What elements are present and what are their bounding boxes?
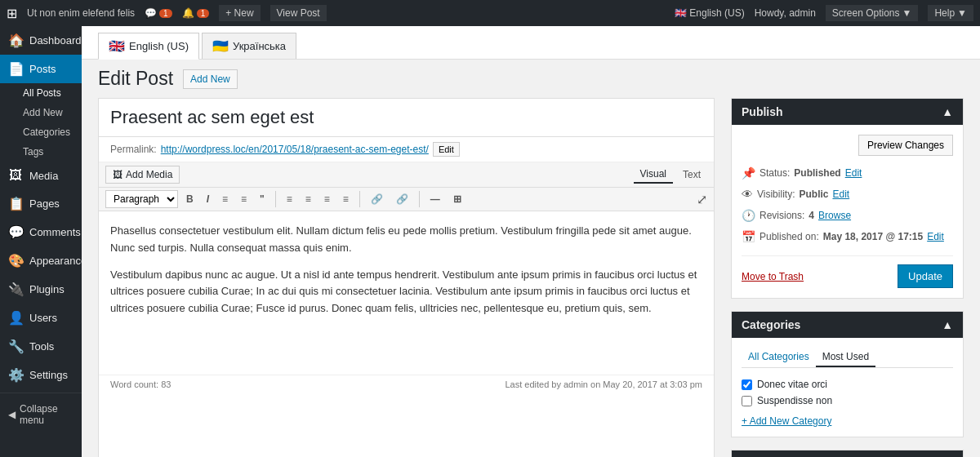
sidebar-item-users[interactable]: 👤 Users bbox=[0, 304, 82, 332]
sidebar-subitem-all-posts[interactable]: All Posts bbox=[0, 83, 82, 103]
align-right-button[interactable]: ≡ bbox=[319, 191, 335, 207]
sidebar-subitem-categories[interactable]: Categories bbox=[0, 122, 82, 142]
help-button[interactable]: Help ▼ bbox=[928, 5, 973, 21]
admin-bar-howdy: Howdy, admin bbox=[755, 7, 816, 19]
fullscreen-button[interactable]: ⤢ bbox=[697, 192, 707, 207]
sidebar-item-tools[interactable]: 🔧 Tools bbox=[0, 332, 82, 361]
sidebar-subitem-add-new[interactable]: Add New bbox=[0, 103, 82, 122]
tags-panel-header: Tags ▲ bbox=[732, 450, 963, 457]
categories-panel-toggle[interactable]: ▲ bbox=[942, 318, 953, 331]
sidebar-item-pages[interactable]: 📋 Pages bbox=[0, 189, 82, 218]
collapse-arrow-icon: ◀ bbox=[8, 409, 16, 420]
sidebar-item-plugins[interactable]: 🔌 Plugins bbox=[0, 275, 82, 304]
sidebar-item-appearance[interactable]: 🎨 Appearance bbox=[0, 246, 82, 275]
bold-button[interactable]: B bbox=[181, 191, 198, 207]
sidebar-item-label-pages: Pages bbox=[29, 197, 60, 210]
page-header: Edit Post Add New bbox=[82, 60, 980, 98]
calendar-icon: 📅 bbox=[742, 230, 755, 243]
ukrainian-flag-icon: 🇺🇦 bbox=[212, 38, 229, 54]
sidebar-panels: Publish ▲ Preview Changes 📌 Status: Publ… bbox=[731, 98, 964, 457]
last-edited-info: Last edited by admin on May 20, 2017 at … bbox=[505, 379, 702, 389]
revisions-browse-link[interactable]: Browse bbox=[818, 210, 851, 221]
publish-panel: Publish ▲ Preview Changes 📌 Status: Publ… bbox=[731, 98, 964, 299]
paragraph-format-select[interactable]: Paragraph Heading 1 Heading 2 Heading 3 bbox=[105, 190, 178, 208]
view-visual-tab[interactable]: Visual bbox=[634, 166, 673, 184]
dashboard-icon: 🏠 bbox=[8, 33, 23, 48]
revisions-icon: 🕐 bbox=[742, 209, 755, 222]
admin-sidebar: 🏠 Dashboard 📄 Posts All Posts Add New Ca… bbox=[0, 26, 82, 457]
category-checkbox-donec[interactable] bbox=[742, 379, 752, 390]
update-button[interactable]: Update bbox=[898, 264, 953, 288]
content-paragraph-1: Phasellus consectetuer vestibulum elit. … bbox=[110, 223, 702, 257]
lang-tab-english[interactable]: 🇬🇧 English (US) bbox=[98, 33, 199, 60]
admin-bar-new-button[interactable]: + New bbox=[219, 5, 260, 21]
editor-content-area[interactable]: Phasellus consectetuer vestibulum elit. … bbox=[99, 211, 714, 375]
screen-options-button[interactable]: Screen Options ▼ bbox=[826, 5, 919, 21]
editor-toolbar-row2: Paragraph Heading 1 Heading 2 Heading 3 … bbox=[99, 188, 714, 211]
post-title-input[interactable] bbox=[99, 99, 714, 137]
sidebar-item-label-plugins: Plugins bbox=[29, 283, 65, 295]
toolbar-toggle-button[interactable]: ⊞ bbox=[448, 191, 466, 207]
publish-actions: Move to Trash Update bbox=[742, 255, 953, 288]
media-icon: 🖼 bbox=[8, 168, 23, 183]
most-used-tab[interactable]: Most Used bbox=[816, 348, 875, 367]
editor-footer: Word count: 83 Last edited by admin on M… bbox=[99, 375, 714, 393]
sidebar-item-label-posts: Posts bbox=[29, 63, 56, 75]
add-new-button[interactable]: Add New bbox=[183, 69, 238, 89]
sidebar-item-dashboard[interactable]: 🏠 Dashboard bbox=[0, 26, 82, 55]
admin-bar-view-post-button[interactable]: View Post bbox=[270, 5, 327, 21]
sidebar-item-label-users: Users bbox=[29, 312, 57, 324]
add-media-button[interactable]: 🖼 Add Media bbox=[105, 166, 180, 184]
sidebar-item-settings[interactable]: ⚙️ Settings bbox=[0, 361, 82, 389]
wp-logo-icon: ⊞ bbox=[7, 6, 17, 21]
toolbar-separator-3 bbox=[419, 191, 420, 207]
status-edit-link[interactable]: Edit bbox=[845, 167, 862, 179]
blockquote-button[interactable]: " bbox=[255, 191, 270, 207]
unordered-list-button[interactable]: ≡ bbox=[217, 191, 233, 207]
insert-more-button[interactable]: — bbox=[425, 191, 445, 207]
updates-icon: 🔔 bbox=[182, 7, 194, 19]
word-count-area: Word count: 83 bbox=[110, 379, 171, 389]
add-new-category-link[interactable]: + Add New Category bbox=[742, 415, 953, 427]
word-count-label: Word count: bbox=[110, 379, 158, 389]
visibility-label: Visibility: bbox=[757, 189, 795, 200]
admin-bar-site-name[interactable]: Ut non enim elefend felis bbox=[27, 7, 135, 19]
published-on-row: 📅 Published on: May 18, 2017 @ 17:15 Edi… bbox=[742, 226, 953, 247]
status-value: Published bbox=[794, 167, 840, 179]
visibility-edit-link[interactable]: Edit bbox=[832, 189, 849, 200]
move-to-trash-link[interactable]: Move to Trash bbox=[742, 271, 804, 282]
all-categories-tab[interactable]: All Categories bbox=[742, 348, 816, 367]
visibility-value: Public bbox=[799, 189, 828, 200]
align-left-button[interactable]: ≡ bbox=[282, 191, 297, 207]
category-checkbox-suspendisse[interactable] bbox=[742, 396, 752, 406]
help-arrow-icon: ▼ bbox=[957, 7, 967, 19]
italic-button[interactable]: I bbox=[202, 191, 214, 207]
sidebar-item-comments[interactable]: 💬 Comments 1 bbox=[0, 218, 82, 246]
insert-link-button[interactable]: 🔗 bbox=[366, 191, 388, 207]
category-label-donec: Donec vitae orci bbox=[757, 379, 827, 390]
sidebar-item-posts[interactable]: 📄 Posts bbox=[0, 55, 82, 83]
pages-icon: 📋 bbox=[8, 196, 23, 211]
admin-bar-notif-updates[interactable]: 🔔 1 bbox=[182, 7, 210, 19]
align-center-button[interactable]: ≡ bbox=[301, 191, 316, 207]
admin-bar-notif-comments[interactable]: 💬 1 bbox=[145, 7, 172, 19]
publish-panel-toggle[interactable]: ▲ bbox=[942, 105, 953, 118]
remove-link-button[interactable]: 🔗 bbox=[391, 191, 413, 207]
sidebar-subitem-tags[interactable]: Tags bbox=[0, 142, 82, 162]
view-text-tab[interactable]: Text bbox=[676, 166, 707, 183]
collapse-menu-button[interactable]: ◀ Collapse menu bbox=[0, 397, 82, 433]
lang-tab-ukrainian[interactable]: 🇺🇦 Українська bbox=[202, 33, 296, 59]
align-justify-button[interactable]: ≡ bbox=[338, 191, 354, 207]
ordered-list-button[interactable]: ≡ bbox=[236, 191, 252, 207]
sidebar-item-media[interactable]: 🖼 Media bbox=[0, 162, 82, 189]
preview-changes-button[interactable]: Preview Changes bbox=[858, 135, 953, 156]
status-row: 📌 Status: Published Edit bbox=[742, 162, 953, 184]
permalink-label: Permalink: bbox=[110, 144, 157, 155]
sidebar-item-label-media: Media bbox=[29, 170, 58, 182]
permalink-bar: Permalink: http://wordpress.loc/en/2017/… bbox=[99, 137, 714, 162]
revisions-label: Revisions: bbox=[760, 210, 804, 221]
published-edit-link[interactable]: Edit bbox=[927, 231, 944, 242]
sidebar-item-label-dashboard: Dashboard bbox=[29, 34, 82, 47]
permalink-url[interactable]: http://wordpress.loc/en/2017/05/18/praes… bbox=[161, 144, 429, 155]
edit-permalink-button[interactable]: Edit bbox=[433, 142, 460, 157]
